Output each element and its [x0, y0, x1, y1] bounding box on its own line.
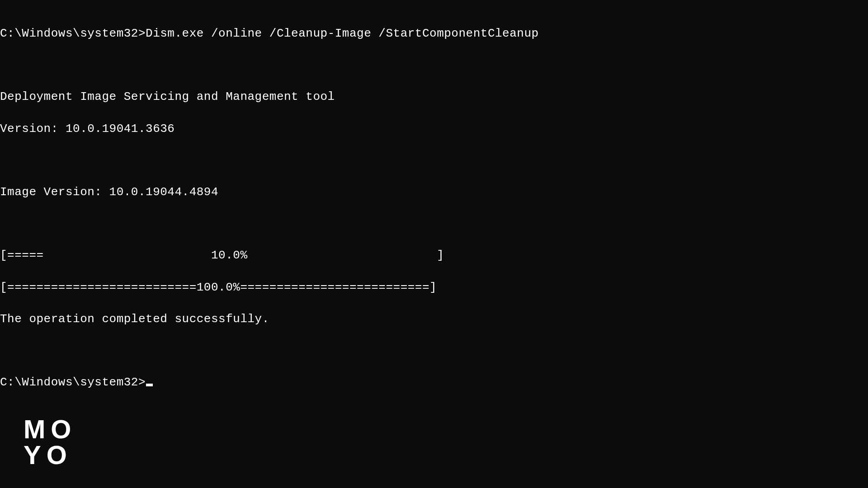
progress-bar-100: [==========================100.0%=======… [0, 280, 868, 296]
prompt: C:\Windows\system32> [0, 375, 146, 389]
progress-bar-10: [===== 10.0% ] [0, 248, 868, 263]
blank-line [0, 343, 868, 359]
watermark-line2: YO [24, 442, 76, 468]
success-message: The operation completed successfully. [0, 311, 868, 327]
tool-name-line: Deployment Image Servicing and Managemen… [0, 89, 868, 105]
watermark-line1: MO [24, 417, 76, 442]
prompt-line: C:\Windows\system32> [0, 375, 868, 390]
blank-line [0, 216, 868, 232]
cursor-icon [146, 384, 153, 386]
watermark-logo: MO YO [24, 417, 76, 468]
terminal-output[interactable]: C:\Windows\system32>Dism.exe /online /Cl… [0, 10, 868, 406]
prompt: C:\Windows\system32> [0, 27, 146, 40]
image-version-line: Image Version: 10.0.19044.4894 [0, 184, 868, 200]
blank-line [0, 57, 868, 73]
command-line: C:\Windows\system32>Dism.exe /online /Cl… [0, 26, 868, 42]
version-line: Version: 10.0.19041.3636 [0, 121, 868, 137]
command-text: Dism.exe /online /Cleanup-Image /StartCo… [146, 27, 539, 40]
blank-line [0, 153, 868, 169]
